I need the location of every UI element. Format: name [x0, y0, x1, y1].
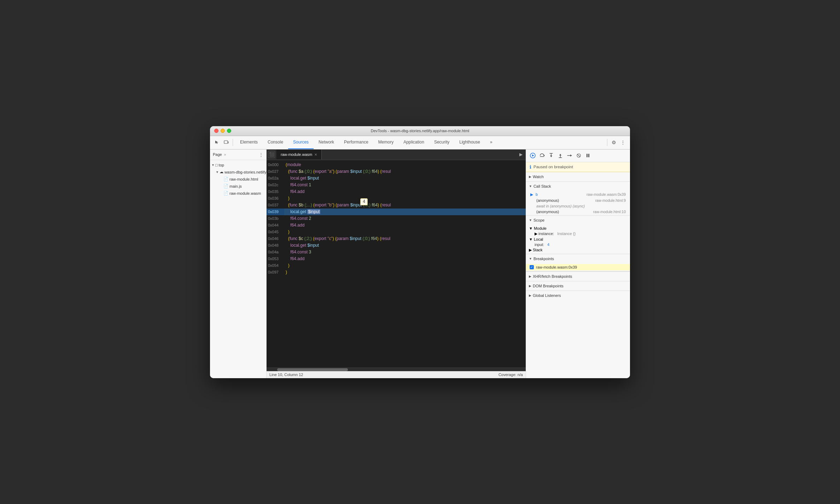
pause-on-exceptions-button[interactable]: [584, 152, 592, 159]
editor-tab-raw-module-wasm[interactable]: raw-module.wasm ✕: [276, 150, 322, 159]
back-forward-icon[interactable]: ⬛: [268, 151, 275, 158]
svg-line-15: [577, 154, 580, 157]
breakpoints-header[interactable]: ▼ Breakpoints: [526, 254, 630, 263]
tree-item-domain[interactable]: ▼ ☁ wasm-dbg-stories.netlify: [210, 169, 266, 176]
scope-content: ▼ Module ▶ instance: Instance {} ▼: [526, 225, 630, 254]
breakpoint-item[interactable]: ✓ raw-module.wasm:0x39: [526, 264, 630, 270]
coverage-status: Coverage: n/a: [498, 373, 523, 377]
sidebar-more-icon[interactable]: »: [224, 153, 226, 157]
close-button[interactable]: [214, 129, 218, 133]
dom-breakpoints-header[interactable]: ▶ DOM Breakpoints: [526, 281, 630, 291]
code-line-0x054: 0x054 ): [267, 262, 526, 269]
tree-label: top: [219, 163, 224, 167]
scope-input[interactable]: input: 4: [526, 242, 630, 247]
page-tab[interactable]: Page: [213, 152, 222, 157]
watch-header[interactable]: ▶ Watch: [526, 172, 630, 181]
call-stack-label: Call Stack: [533, 184, 551, 188]
svg-marker-3: [532, 154, 534, 157]
frame-location: raw-module.html:9: [595, 198, 626, 203]
editor-tab-controls: ▶: [517, 151, 524, 158]
step-button[interactable]: [566, 152, 573, 159]
scope-header[interactable]: ▼ Scope: [526, 216, 630, 225]
code-line-0x036: 0x036 ): [267, 195, 526, 202]
html-file-icon: 📄: [223, 177, 228, 181]
main-toolbar: Elements Console Sources Network Perform…: [210, 136, 630, 150]
cursor-icon[interactable]: [213, 138, 221, 147]
scope-instance[interactable]: ▶ instance: Instance {}: [526, 231, 630, 236]
svg-marker-7: [550, 156, 552, 157]
tree-label: main.js: [229, 184, 242, 188]
frame-name: (anonymous): [536, 210, 559, 214]
xhr-breakpoints-header[interactable]: ▶ XHR/fetch Breakpoints: [526, 272, 630, 281]
step-into-button[interactable]: [547, 152, 555, 159]
tree-item-main-js[interactable]: 📄 main.js: [210, 183, 266, 190]
frame-location: raw-module.html:10: [593, 210, 626, 214]
tree-item-raw-module-wasm[interactable]: 📄 raw-module.wasm: [210, 190, 266, 197]
scope-value: 4: [547, 242, 549, 247]
close-tab-icon[interactable]: ✕: [314, 153, 317, 157]
tab-more[interactable]: »: [485, 136, 497, 149]
call-stack-item-b[interactable]: ▶ b raw-module.wasm:0x39: [526, 192, 630, 198]
async-label: await in (anonymous) (async): [536, 204, 585, 208]
horizontal-scrollbar[interactable]: [267, 368, 526, 371]
current-frame-icon: ▶: [530, 192, 533, 197]
chevron-right-icon: ▶: [529, 175, 531, 178]
breakpoint-checkbox[interactable]: ✓: [530, 265, 534, 269]
chevron-right-icon: ▶: [529, 294, 531, 297]
scrollbar-thumb[interactable]: [277, 368, 348, 371]
call-stack-item-async: await in (anonymous) (async): [526, 203, 630, 209]
module-subsection[interactable]: ▼ Module: [526, 225, 630, 231]
tab-lighthouse[interactable]: Lighthouse: [454, 136, 485, 149]
minimize-button[interactable]: [221, 129, 225, 133]
code-lines[interactable]: 0x000 (module 0x027 (func $a (;0;) (expo…: [267, 160, 526, 368]
tab-network[interactable]: Network: [314, 136, 339, 149]
code-line-0x045: 0x045 ): [267, 229, 526, 235]
step-out-button[interactable]: [556, 152, 564, 159]
panel-icon[interactable]: [222, 138, 231, 147]
tab-filename: raw-module.wasm: [281, 152, 312, 157]
code-line-0x000: 0x000 (module: [267, 162, 526, 168]
stack-subsection[interactable]: ▶ Stack: [526, 247, 630, 253]
svg-marker-13: [570, 154, 572, 157]
call-stack-item-anon-2[interactable]: (anonymous) raw-module.html:10: [526, 209, 630, 215]
tab-console[interactable]: Console: [263, 136, 288, 149]
tab-security[interactable]: Security: [429, 136, 454, 149]
tab-performance[interactable]: Performance: [339, 136, 373, 149]
call-stack-item-anon-1[interactable]: (anonymous) raw-module.html:9: [526, 198, 630, 203]
resume-button[interactable]: [529, 152, 537, 159]
step-over-button[interactable]: [538, 152, 546, 159]
tab-memory[interactable]: Memory: [373, 136, 398, 149]
code-line-0x027: 0x027 (func $a (;0;) (export "a") (param…: [267, 168, 526, 175]
deactivate-breakpoints-button[interactable]: [575, 152, 583, 159]
maximize-button[interactable]: [227, 129, 231, 133]
tab-application[interactable]: Application: [398, 136, 429, 149]
watch-label: Watch: [533, 175, 544, 179]
global-listeners-header[interactable]: ▶ Global Listeners: [526, 291, 630, 300]
tree-item-top[interactable]: ▼ □ top: [210, 162, 266, 169]
tree-item-raw-module-html[interactable]: 📄 raw-module.html: [210, 176, 266, 183]
devtools-window: DevTools - wasm-dbg-stories.netlify.app/…: [210, 126, 630, 378]
chevron-right-icon: ▶: [529, 275, 531, 278]
right-panel-scroll[interactable]: ▶ Watch ▼ Call Stack ▶ b: [526, 172, 630, 378]
local-label: Local: [534, 237, 543, 241]
chevron-down-icon: ▼: [529, 237, 533, 241]
module-label: Module: [534, 226, 547, 230]
svg-rect-0: [224, 141, 228, 143]
code-line-0x039: 0x039 local.get $input: [267, 209, 526, 215]
wasm-file-icon: 📄: [223, 191, 228, 195]
tab-elements[interactable]: Elements: [235, 136, 263, 149]
main-area: Page » ⋮ ▼ □ top ▼ ☁ wasm-dbg-stories.ne…: [210, 150, 630, 378]
frame-name: (anonymous): [536, 198, 559, 203]
global-listeners-section: ▶ Global Listeners: [526, 291, 630, 300]
tab-sources[interactable]: Sources: [288, 136, 314, 149]
debugger-panel: ℹ Paused on breakpoint ▶ Watch ▼ Call St…: [526, 150, 630, 378]
svg-rect-1: [228, 142, 229, 143]
run-snippet-icon[interactable]: ▶: [517, 151, 524, 158]
call-stack-header[interactable]: ▼ Call Stack: [526, 182, 630, 191]
more-options-icon[interactable]: ⋮: [619, 138, 627, 147]
svg-rect-17: [588, 154, 589, 157]
code-line-0x035: 0x035 f64.add: [267, 188, 526, 195]
settings-icon[interactable]: ⚙: [609, 138, 618, 147]
local-subsection[interactable]: ▼ Local: [526, 236, 630, 242]
sidebar-options-icon[interactable]: ⋮: [259, 152, 263, 157]
